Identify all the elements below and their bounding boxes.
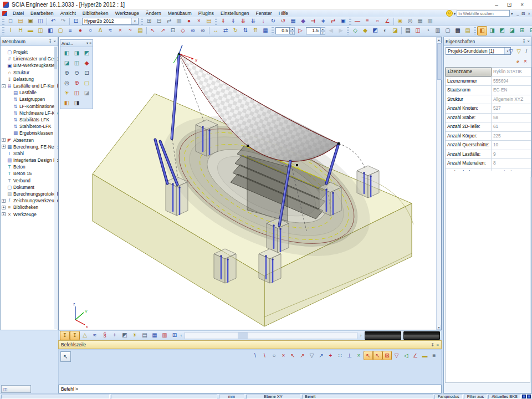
properties-combo[interactable]: Projekt-Grunddaten (1) ▾: [446, 47, 511, 55]
viewport-vscrollbar[interactable]: ▲ ▼: [436, 37, 441, 330]
column-icon[interactable]: I: [6, 26, 16, 35]
gallery2-icon[interactable]: ▥: [433, 26, 443, 35]
menu-item[interactable]: Bibliotheken: [79, 10, 112, 17]
section-icon[interactable]: §: [100, 331, 110, 340]
printer-icon[interactable]: ▤: [403, 26, 413, 35]
document2-icon[interactable]: ▢: [443, 26, 453, 35]
save-all-icon[interactable]: ▣: [25, 17, 35, 26]
menu-item[interactable]: Menübaum: [165, 10, 195, 17]
snap-grid-icon[interactable]: ∷: [335, 351, 345, 360]
property-row[interactable]: Anzahl Stäbe: 58: [446, 114, 531, 123]
property-row[interactable]: Struktur Allgemein XYZ: [446, 95, 531, 105]
command-input[interactable]: Befehl >: [58, 385, 442, 393]
subsoil-icon[interactable]: ≈: [105, 26, 115, 35]
scroll-up-icon[interactable]: ▲: [437, 37, 441, 42]
zoom-window-icon[interactable]: ⊡: [81, 68, 92, 78]
opening-icon[interactable]: ▢: [55, 26, 65, 35]
bks-button-1[interactable]: ··: [522, 395, 526, 398]
project-combo[interactable]: Hyper2b 2012 ▾: [82, 18, 139, 25]
snap-midpoint-icon[interactable]: ↖: [373, 351, 382, 360]
animation-bar-2[interactable]: [403, 331, 440, 340]
layout-icon-6[interactable]: ⊟: [527, 26, 532, 35]
line-load-icon[interactable]: ⇓: [228, 17, 238, 26]
table-icon[interactable]: ▦: [150, 331, 160, 340]
view-params-icon[interactable]: ◫: [71, 88, 82, 98]
point-moment-icon[interactable]: ↻: [268, 17, 278, 26]
spin-down-icon[interactable]: ▼: [320, 31, 325, 35]
maximize-button[interactable]: ⊡: [507, 2, 511, 8]
copy-icon[interactable]: ⇄: [221, 26, 231, 35]
spin-up-icon[interactable]: ▲: [320, 27, 325, 31]
support-icon[interactable]: Δ: [95, 26, 105, 35]
tree-expander-icon[interactable]: +: [2, 206, 6, 209]
property-row[interactable]: Anzahl Körper: 225: [446, 132, 531, 141]
polyline-icon[interactable]: ≡: [362, 17, 372, 26]
snap-clear-icon[interactable]: ×: [354, 351, 364, 360]
spin-down-icon[interactable]: ▼: [290, 31, 295, 35]
3d-model-view[interactable]: x z Y x: [59, 37, 437, 330]
property-row[interactable]: Anzahl Materialien: 8: [446, 159, 531, 168]
tree-item[interactable]: + ▦ Berechnung, FE-Netz: [1, 144, 58, 150]
tendon-icon[interactable]: ~: [125, 26, 135, 35]
hinge-icon[interactable]: ○: [85, 26, 95, 35]
gallery-icon[interactable]: ●: [184, 17, 194, 26]
shell-icon[interactable]: ◧: [45, 26, 55, 35]
menu-item[interactable]: Plugins: [195, 10, 217, 17]
close-window-icon[interactable]: ⊡: [71, 17, 81, 26]
snap-ortho-icon[interactable]: ⊥: [345, 351, 354, 360]
vscroll-thumb[interactable]: [437, 43, 442, 80]
tree-item[interactable]: # Linienraster und Geschosse: [1, 55, 58, 62]
load-case-icon[interactable]: ▣: [338, 17, 348, 26]
line-moment-icon[interactable]: ↺: [278, 17, 288, 26]
catalog-block-icon[interactable]: ▤: [135, 26, 145, 35]
view-camera-icon[interactable]: ◫: [71, 58, 82, 68]
filter-icon[interactable]: ▽: [507, 47, 515, 55]
wind-load-icon[interactable]: ⇉: [308, 17, 318, 26]
webhelp-search-input[interactable]: [457, 10, 510, 17]
zoom-out-icon[interactable]: ⊖: [71, 68, 82, 78]
mdi-close-button[interactable]: ×: [528, 11, 530, 16]
status-toggle[interactable]: Aktuelles BKS: [488, 395, 521, 399]
undo-icon[interactable]: ↶: [48, 17, 58, 26]
menu-item[interactable]: Werkzeuge: [112, 10, 142, 17]
mdi-minimize-button[interactable]: _: [516, 11, 519, 16]
tree-item[interactable]: ▥ Integriertes Design Forms: [1, 157, 58, 163]
move-point-icon[interactable]: ↗: [298, 351, 307, 360]
light-icon[interactable]: ☀: [62, 88, 72, 98]
tree-item[interactable]: ⇅ LF-Kombinationen: [1, 103, 58, 110]
pointer-tool-button[interactable]: ↖: [60, 351, 71, 362]
tree-item[interactable]: I Stahl: [1, 150, 58, 157]
mirror-icon[interactable]: ⇅: [241, 26, 250, 35]
prev-view-icon[interactable]: ◀: [326, 26, 336, 35]
filter-lightning-icon[interactable]: ▽: [515, 47, 523, 55]
property-row[interactable]: Lizenznummer 555694: [446, 77, 531, 86]
scroll-left-icon[interactable]: ‹: [180, 334, 183, 337]
close-button[interactable]: ×: [520, 2, 524, 8]
view-axo-icon[interactable]: ◪: [62, 58, 72, 68]
view-front-icon[interactable]: ◧: [62, 48, 72, 58]
grid-icon[interactable]: ▦: [415, 17, 425, 26]
angle-icon[interactable]: ∠: [382, 17, 392, 26]
animation-bar-1[interactable]: [365, 331, 401, 340]
tree-item[interactable]: ⇓ Belastung: [1, 76, 58, 83]
paste-icon[interactable]: ▥: [425, 17, 435, 26]
tree-expander-icon[interactable]: +: [2, 145, 6, 149]
catalog-icon[interactable]: ▤: [204, 17, 214, 26]
scale-tool-icon[interactable]: ▷: [295, 26, 305, 35]
wireframe-icon[interactable]: ◇: [350, 26, 360, 35]
zoom-in-icon[interactable]: ⊕: [62, 68, 72, 78]
menu-item[interactable]: Ansicht: [57, 10, 79, 17]
beam-icon[interactable]: H: [16, 26, 25, 35]
menu-item[interactable]: Hilfe: [275, 10, 291, 17]
select-marquee-icon[interactable]: ⊡: [168, 26, 178, 35]
layout-icon-2[interactable]: ◨: [487, 26, 497, 35]
tree-item[interactable]: ▢ Dokument: [1, 184, 58, 191]
mobile-load-icon[interactable]: ⇄: [328, 17, 338, 26]
select-cursor-icon[interactable]: ↖: [288, 351, 298, 360]
window-icon[interactable]: ◧: [62, 98, 72, 108]
node-icon[interactable]: ●: [75, 26, 85, 35]
calculator-icon[interactable]: ×: [194, 17, 204, 26]
load-panel-icon[interactable]: ▦: [288, 17, 298, 26]
plate-icon[interactable]: ▬: [25, 26, 35, 35]
tree-scrollbar[interactable]: [54, 46, 57, 329]
